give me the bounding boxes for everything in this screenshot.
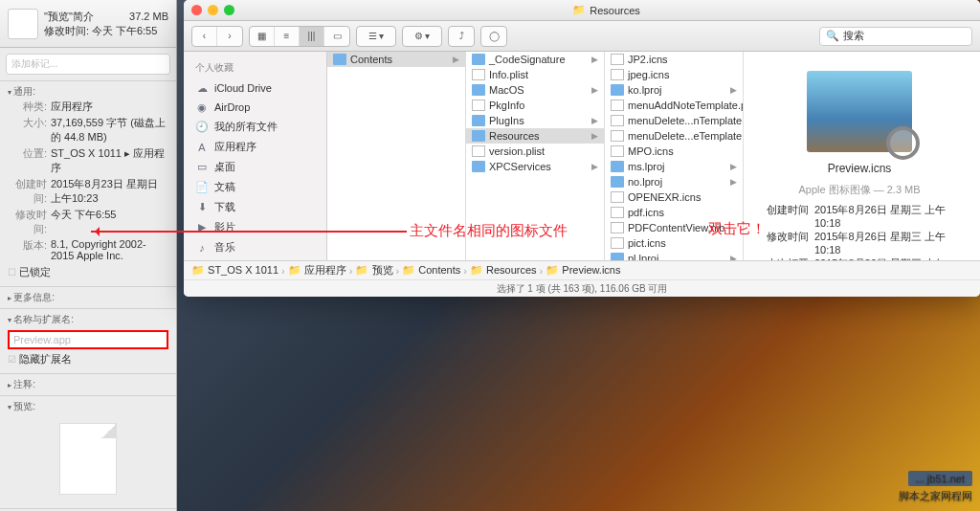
toolbar: ‹ › ▦ ≡ ||| ▭ ☰ ▾ ⚙ ▾ ⤴ ◯ 🔍搜索 [184,21,980,52]
more-info-disclosure[interactable]: 更多信息: [8,291,168,304]
list-item[interactable]: no.lproj▶ [605,174,743,189]
list-item[interactable]: ms.lproj▶ [605,159,743,174]
titlebar[interactable]: 📁Resources [184,0,980,21]
list-item[interactable]: pl.lproj▶ [605,251,743,260]
column-1[interactable]: Contents▶ [327,52,466,260]
path-segment[interactable]: 📁 Preview.icns [546,264,620,277]
sidebar-icon: 🕘 [195,121,209,134]
column-3[interactable]: JP2.icnsjpeg.icnsko.lproj▶menuAddNoteTem… [605,52,744,260]
sidebar-icon: ♪ [195,241,209,255]
list-item[interactable]: pict.icns [605,235,743,251]
file-icon [472,100,485,111]
tags-button[interactable]: ◯ [481,27,506,46]
sidebar-item[interactable]: ☁iCloud Drive [184,78,326,98]
list-item[interactable]: _CodeSignature▶ [466,52,604,67]
sidebar-item[interactable]: 🕘我的所有文件 [184,117,326,137]
list-item[interactable]: menuAddNoteTemplate.pdf [605,98,743,113]
preview-disclosure[interactable]: 预览: [8,400,168,413]
chevron-right-icon: ▶ [591,85,598,95]
list-item[interactable]: menuDelete...eTemplate.pdf [605,128,743,144]
sidebar-item[interactable]: ⬇下载 [184,197,326,217]
list-item[interactable]: Resources▶ [466,128,604,144]
path-segment[interactable]: 📁 Contents [402,264,460,277]
folder-icon [472,130,485,142]
info-size: 37.2 MB [129,11,168,22]
preview-pane: Preview.icns Apple 图标图像 — 2.3 MB 创建时间201… [744,52,975,260]
hide-ext-checkbox[interactable]: ☑ 隐藏扩展名 [8,349,168,369]
info-title: "预览"简介 [44,10,94,24]
list-item[interactable]: PDFContentView.nib [605,220,743,235]
app-icon [8,9,38,39]
path-bar[interactable]: 📁 ST_OS X 1011›📁 应用程序›📁 预览›📁 Contents›📁 … [184,260,980,279]
view-columns-button[interactable]: ||| [300,27,324,46]
chevron-right-icon: ▶ [591,131,598,141]
folder-icon [611,253,624,260]
search-input[interactable]: 🔍搜索 [819,27,972,46]
column-2[interactable]: _CodeSignature▶Info.plistMacOS▶PkgInfoPl… [466,52,605,260]
sidebar-icon: ☁ [195,81,209,95]
sidebar: 个人收藏 ☁iCloud Drive◉AirDrop🕘我的所有文件A应用程序▭桌… [184,52,327,260]
list-item[interactable]: version.plist [466,144,604,159]
list-item[interactable]: PlugIns▶ [466,113,604,128]
file-icon [611,207,624,218]
list-item[interactable]: PkgInfo [466,98,604,113]
list-item[interactable]: pdf.icns [605,205,743,220]
tag-input[interactable]: 添加标记... [6,54,170,75]
back-button[interactable]: ‹ [192,27,217,46]
get-info-panel: "预览"简介 37.2 MB 修改时间: 今天 下午6:55 添加标记... 通… [0,0,177,511]
folder-icon [472,84,485,96]
loupe-icon [886,126,920,160]
arrange-button[interactable]: ☰ ▾ [357,27,395,46]
list-item[interactable]: menuDelete...nTemplate.pdf [605,113,743,128]
zoom-button[interactable] [224,5,234,15]
view-icons-button[interactable]: ▦ [250,27,275,46]
sidebar-item[interactable]: ▭桌面 [184,157,326,177]
list-item[interactable]: ko.lproj▶ [605,82,743,98]
sidebar-item[interactable]: ♪音乐 [184,237,326,257]
sidebar-icon: ◉ [195,100,209,114]
path-segment[interactable]: 📁 应用程序 [288,263,346,278]
view-coverflow-button[interactable]: ▭ [324,27,349,46]
sidebar-item[interactable]: A应用程序 [184,137,326,157]
folder-icon [611,176,624,188]
list-item[interactable]: jpeg.icns [605,67,743,82]
path-segment[interactable]: 📁 预览 [355,263,392,278]
list-item[interactable]: Info.plist [466,67,604,82]
sidebar-icon: A [195,141,209,154]
view-list-button[interactable]: ≡ [275,27,300,46]
file-icon [611,191,624,203]
general-disclosure[interactable]: 通用: [8,85,168,99]
forward-button[interactable]: › [217,27,242,46]
chevron-right-icon: ▶ [591,55,598,64]
sidebar-item[interactable]: 📄文稿 [184,177,326,197]
list-item[interactable]: MPO.icns [605,144,743,159]
list-item[interactable]: XPCServices▶ [466,159,604,174]
name-ext-disclosure[interactable]: 名称与扩展名: [8,313,168,326]
minimize-button[interactable] [208,5,218,15]
name-ext-field[interactable]: Preview.app [8,330,168,349]
status-bar: 选择了 1 项 (共 163 项), 116.06 GB 可用 [184,279,980,297]
list-item[interactable]: MacOS▶ [466,82,604,98]
sidebar-icon: ▶ [195,221,209,234]
share-button[interactable]: ⤴ [449,27,474,46]
sidebar-icon: ▭ [195,161,209,174]
path-segment[interactable]: 📁 ST_OS X 1011 [191,264,278,277]
list-item[interactable]: Contents▶ [327,52,465,67]
finder-window: 📁Resources ‹ › ▦ ≡ ||| ▭ ☰ ▾ ⚙ ▾ ⤴ ◯ 🔍搜索… [184,0,980,297]
action-button[interactable]: ⚙ ▾ [403,27,441,46]
sidebar-item[interactable]: ◉AirDrop [184,98,326,117]
comments-disclosure[interactable]: 注释: [8,378,168,391]
preview-thumbnail [59,423,117,495]
file-icon [611,100,624,111]
file-icon [611,130,624,142]
info-header: "预览"简介 37.2 MB 修改时间: 今天 下午6:55 [0,0,176,48]
path-segment[interactable]: 📁 Resources [470,264,537,277]
sidebar-item[interactable]: ▶影片 [184,217,326,237]
locked-checkbox[interactable]: ☐ 已锁定 [8,262,168,282]
file-icon [472,69,485,80]
folder-icon [611,161,624,172]
list-item[interactable]: OPENEXR.icns [605,189,743,205]
list-item[interactable]: JP2.icns [605,52,743,67]
chevron-right-icon: ▶ [730,254,737,260]
close-button[interactable] [191,5,202,15]
